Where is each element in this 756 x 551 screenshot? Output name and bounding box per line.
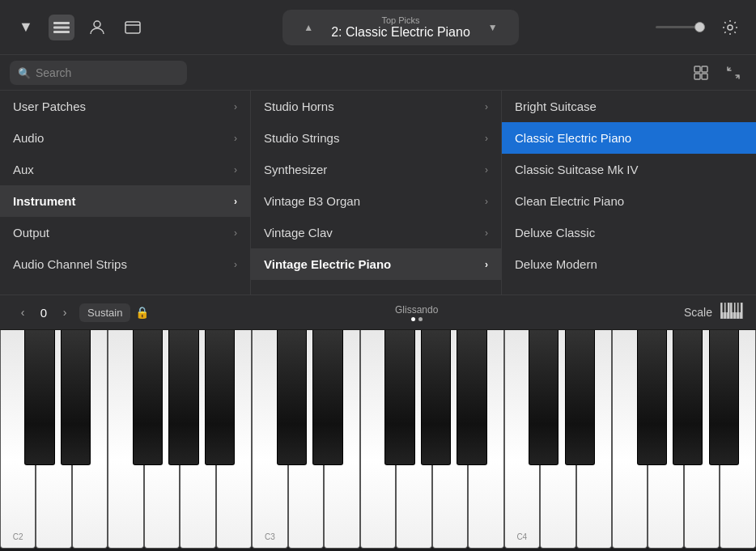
- nav-item-output[interactable]: Output ›: [0, 217, 250, 248]
- piano-key-cs3[interactable]: [277, 330, 307, 465]
- subcat-studio-horns[interactable]: Studio Horns ›: [251, 91, 501, 122]
- nav-column: User Patches › Audio › Aux › Instrument …: [0, 91, 251, 295]
- chevron-icon: ›: [485, 133, 488, 144]
- octave-down-button[interactable]: ‹: [13, 303, 32, 322]
- nav-item-audio[interactable]: Audio ›: [0, 122, 250, 154]
- piano-key-cs4[interactable]: [529, 330, 559, 465]
- svg-rect-4: [125, 22, 140, 33]
- chevron-icon: ›: [234, 227, 237, 239]
- patch-info: Top Picks 2: Classic Electric Piano: [331, 15, 470, 40]
- menu-area: User Patches › Audio › Aux › Instrument …: [0, 91, 756, 295]
- piano-key-gs4[interactable]: [673, 330, 703, 465]
- volume-control: [656, 26, 704, 28]
- svg-rect-19: [726, 303, 728, 312]
- subcat-vintage-electric-piano[interactable]: Vintage Electric Piano ›: [251, 248, 501, 280]
- piano-key-ds4[interactable]: [565, 330, 595, 465]
- piano-key-ds2[interactable]: [61, 330, 91, 465]
- svg-point-6: [728, 25, 733, 30]
- svg-rect-22: [739, 303, 741, 312]
- svg-rect-10: [702, 74, 707, 79]
- subcat-synthesizer[interactable]: Synthesizer ›: [251, 154, 501, 185]
- patch-deluxe-modern[interactable]: Deluxe Modern: [502, 248, 756, 280]
- black-keys: [0, 330, 756, 465]
- search-bar-actions: [688, 60, 746, 86]
- piano-key-as2[interactable]: [205, 330, 235, 465]
- glissando-label: Glissando: [395, 304, 438, 316]
- nav-item-user-patches[interactable]: User Patches ›: [0, 91, 250, 122]
- piano-controls: ‹ 0 › Sustain 🔒 Glissando Scale: [0, 295, 756, 330]
- piano-key-cs2[interactable]: [24, 330, 54, 465]
- piano-key-fs2[interactable]: [133, 330, 163, 465]
- glissando-dot-2[interactable]: [418, 317, 423, 321]
- patch-selector[interactable]: ▲ Top Picks 2: Classic Electric Piano ▼: [282, 10, 519, 45]
- top-bar-right: [656, 15, 743, 40]
- nav-item-aux[interactable]: Aux ›: [0, 154, 250, 185]
- search-input[interactable]: [10, 61, 187, 85]
- patch-deluxe-classic[interactable]: Deluxe Classic: [502, 217, 756, 248]
- top-bar: ▼ ▲ Top Picks 2: Classic Electric Pia: [0, 0, 756, 55]
- chevron-icon: ›: [485, 164, 488, 176]
- patch-name: 2: Classic Electric Piano: [331, 25, 470, 40]
- patch-classic-suitcase-mk-iv[interactable]: Classic Suitcase Mk IV: [502, 154, 756, 185]
- sustain-button[interactable]: Sustain: [79, 303, 130, 322]
- patches-column: Bright Suitcase Classic Electric Piano C…: [502, 91, 756, 295]
- scale-label: Scale: [684, 306, 712, 319]
- svg-rect-0: [53, 22, 70, 24]
- patch-classic-electric-piano[interactable]: Classic Electric Piano: [502, 122, 756, 154]
- window-icon[interactable]: [120, 15, 146, 40]
- patch-category: Top Picks: [331, 15, 470, 25]
- collapse-icon[interactable]: [720, 60, 746, 86]
- chevron-icon: ›: [234, 133, 237, 144]
- svg-rect-8: [702, 66, 707, 72]
- svg-point-3: [94, 21, 100, 28]
- nav-item-instrument[interactable]: Instrument ›: [0, 185, 250, 217]
- piano-key-gs3[interactable]: [421, 330, 451, 465]
- browse-icon[interactable]: [49, 15, 74, 40]
- piano-key-as3[interactable]: [457, 330, 486, 465]
- octave-control: ‹ 0 › Sustain 🔒: [13, 303, 149, 322]
- chevron-icon: ›: [234, 259, 237, 270]
- dropdown-icon[interactable]: ▼: [13, 15, 39, 40]
- chevron-icon: ›: [485, 196, 488, 207]
- chevron-icon: ›: [485, 227, 488, 239]
- glissando-dot-1[interactable]: [411, 317, 415, 321]
- piano-key-ds3[interactable]: [312, 330, 342, 465]
- grid-view-icon[interactable]: [688, 60, 714, 86]
- search-icon: 🔍: [18, 66, 31, 78]
- chevron-icon: ›: [485, 259, 488, 270]
- chevron-icon: ›: [234, 196, 237, 207]
- svg-rect-18: [723, 303, 725, 312]
- chevron-icon: ›: [234, 164, 237, 176]
- piano-keyboard: C2 C3 C4: [0, 330, 756, 549]
- piano-key-fs3[interactable]: [384, 330, 414, 465]
- search-wrapper: 🔍: [10, 61, 682, 85]
- person-icon[interactable]: [84, 15, 110, 40]
- volume-slider[interactable]: [656, 26, 704, 28]
- subcategory-column: Studio Horns › Studio Strings › Synthesi…: [251, 91, 502, 295]
- svg-rect-21: [736, 303, 738, 312]
- piano-key-as4[interactable]: [709, 330, 739, 465]
- subcat-vintage-b3-organ[interactable]: Vintage B3 Organ ›: [251, 185, 501, 217]
- chevron-icon: ›: [485, 101, 488, 112]
- glissando-dots: [411, 317, 423, 321]
- top-bar-left: ▼: [13, 15, 146, 40]
- piano-keys-icon[interactable]: [720, 303, 743, 323]
- subcat-studio-strings[interactable]: Studio Strings ›: [251, 122, 501, 154]
- patch-clean-electric-piano[interactable]: Clean Electric Piano: [502, 185, 756, 217]
- piano-key-gs2[interactable]: [168, 330, 198, 465]
- nav-item-audio-channel-strips[interactable]: Audio Channel Strips ›: [0, 248, 250, 280]
- subcat-vintage-clav[interactable]: Vintage Clav ›: [251, 217, 501, 248]
- svg-rect-20: [733, 303, 735, 312]
- svg-rect-7: [694, 66, 700, 72]
- octave-up-button[interactable]: ›: [55, 303, 74, 322]
- chevron-icon: ›: [234, 101, 237, 112]
- settings-icon[interactable]: [717, 15, 743, 40]
- chevron-up-icon[interactable]: ▲: [295, 15, 321, 40]
- lock-icon[interactable]: 🔒: [135, 306, 149, 319]
- chevron-down-icon[interactable]: ▼: [480, 15, 506, 40]
- svg-rect-2: [53, 31, 70, 33]
- piano-key-fs4[interactable]: [637, 330, 667, 465]
- patch-bright-suitcase[interactable]: Bright Suitcase: [502, 91, 756, 122]
- glissando-control: Glissando: [159, 304, 674, 321]
- svg-rect-9: [694, 74, 700, 79]
